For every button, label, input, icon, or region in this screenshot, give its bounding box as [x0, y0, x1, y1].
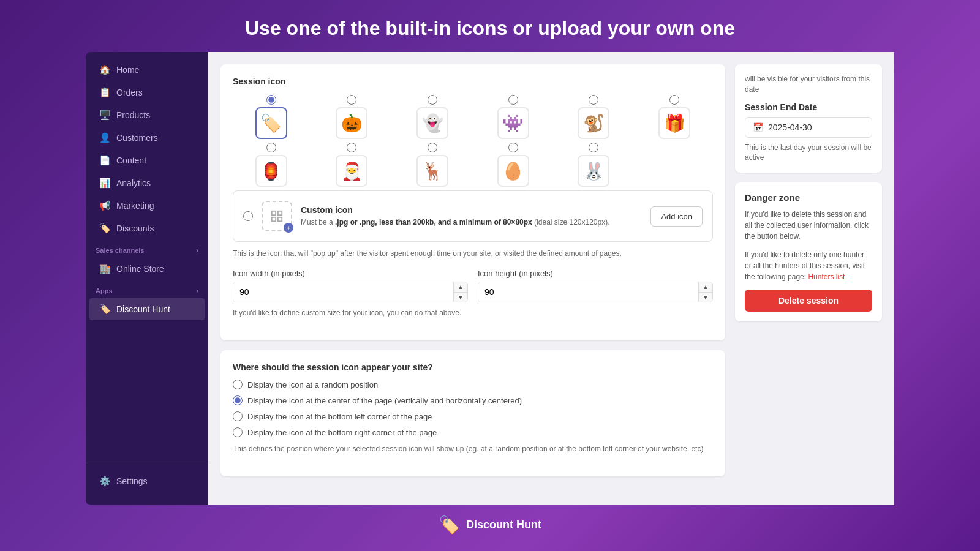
icon-radio-2[interactable] — [347, 95, 356, 105]
icon-emoji-6[interactable]: 🎁 — [658, 107, 690, 139]
sidebar-label-marketing: Marketing — [116, 201, 154, 211]
sidebar-item-products[interactable]: 🖥️ Products — [89, 104, 205, 126]
icon-option-4[interactable]: 👾 — [475, 95, 552, 139]
icon-option-9[interactable]: 🦌 — [394, 143, 471, 187]
height-input[interactable] — [478, 282, 698, 302]
icon-option-7[interactable]: 🏮 — [233, 143, 310, 187]
orders-icon: 📋 — [99, 87, 110, 98]
sidebar-item-customers[interactable]: 👤 Customers — [89, 127, 205, 149]
icon-emoji-11[interactable]: 🐰 — [578, 155, 609, 187]
date-value: 2025-04-30 — [768, 122, 812, 132]
position-random[interactable]: Display the icon at a random position — [233, 380, 713, 389]
sidebar-item-marketing[interactable]: 📢 Marketing — [89, 195, 205, 217]
icon-option-8[interactable]: 🎅 — [314, 143, 391, 187]
icon-emoji-8[interactable]: 🎅 — [336, 155, 368, 187]
height-increment[interactable]: ▲ — [699, 282, 712, 292]
session-end-card: will be visible for your visitors from t… — [735, 64, 882, 173]
sidebar-item-home[interactable]: 🏠 Home — [89, 59, 205, 81]
sidebar-item-discount-hunt[interactable]: 🏷️ Discount Hunt — [89, 298, 205, 320]
size-helper-text: If you'd like to define custom size for … — [233, 307, 713, 318]
icon-radio-10[interactable] — [508, 143, 518, 152]
position-radio-bottom-right[interactable] — [233, 427, 243, 437]
sales-channels-section: Sales channels › — [86, 240, 208, 257]
sidebar-label-settings: Settings — [116, 476, 148, 486]
icon-option-11[interactable]: 🐰 — [556, 143, 633, 187]
hunters-list-link[interactable]: Hunters list — [808, 272, 845, 281]
icon-emoji-2[interactable]: 🎃 — [336, 107, 368, 139]
icon-option-6[interactable]: 🎁 — [636, 95, 713, 139]
icon-radio-7[interactable] — [266, 143, 276, 152]
icon-radio-9[interactable] — [428, 143, 437, 152]
footer-icon: 🏷️ — [439, 515, 460, 535]
footer-label: Discount Hunt — [466, 519, 541, 531]
date-input-wrap[interactable]: 📅 2025-04-30 — [745, 117, 872, 138]
width-input[interactable] — [233, 282, 453, 302]
main-panel: Session icon 🏷️ 🎃 👻 — [221, 64, 725, 493]
visible-from-text: will be visible for your visitors from t… — [745, 74, 872, 95]
svg-rect-0 — [272, 211, 276, 215]
position-radio-center[interactable] — [233, 395, 243, 405]
sidebar-label-discounts: Discounts — [116, 223, 154, 233]
height-label: Icon height (in pixels) — [478, 269, 713, 278]
session-end-title: Session End Date — [745, 102, 872, 112]
sidebar-item-content[interactable]: 📄 Content — [89, 149, 205, 171]
icon-option-3[interactable]: 👻 — [394, 95, 471, 139]
position-bottom-left[interactable]: Display the icon at the bottom left corn… — [233, 411, 713, 421]
delete-session-button[interactable]: Delete session — [745, 290, 872, 312]
custom-icon-desc: Must be a .jpg or .png, less than 200kb,… — [301, 217, 642, 228]
icon-radio-11[interactable] — [589, 143, 598, 152]
sidebar-item-settings[interactable]: ⚙️ Settings — [89, 470, 205, 492]
icon-radio-4[interactable] — [508, 95, 518, 105]
sidebar-item-online-store[interactable]: 🏬 Online Store — [89, 258, 205, 280]
danger-zone-text1: If you'd like to delete this session and… — [745, 209, 872, 242]
position-label-bottom-right: Display the icon at the bottom right cor… — [247, 428, 437, 437]
position-radio-random[interactable] — [233, 380, 243, 389]
icon-emoji-4[interactable]: 👾 — [497, 107, 529, 139]
position-card: Where should the session icon appear you… — [221, 350, 725, 476]
width-decrement[interactable]: ▼ — [454, 292, 467, 302]
icon-radio-3[interactable] — [428, 95, 437, 105]
sidebar-label-orders: Orders — [116, 88, 143, 97]
position-radio-bottom-left[interactable] — [233, 411, 243, 421]
settings-icon: ⚙️ — [99, 476, 110, 487]
sidebar-label-products: Products — [116, 110, 150, 120]
icon-emoji-10[interactable]: 🥚 — [497, 155, 529, 187]
custom-icon-title: Custom icon — [301, 205, 642, 215]
custom-icon-text: Custom icon Must be a .jpg or .png, less… — [301, 205, 642, 228]
store-icon: 🏬 — [99, 263, 110, 274]
position-bottom-right[interactable]: Display the icon at the bottom right cor… — [233, 427, 713, 437]
sidebar-item-orders[interactable]: 📋 Orders — [89, 81, 205, 103]
add-icon-button[interactable]: Add icon — [650, 206, 703, 227]
custom-icon-card: + Custom icon Must be a .jpg or .png, le… — [233, 190, 713, 242]
icon-radio-5[interactable] — [589, 95, 598, 105]
width-increment[interactable]: ▲ — [454, 282, 467, 292]
icon-radio-6[interactable] — [669, 95, 679, 105]
svg-rect-1 — [278, 211, 282, 215]
icon-emoji-7[interactable]: 🏮 — [255, 155, 287, 187]
icon-option-5[interactable]: 🐒 — [556, 95, 633, 139]
icon-option-10[interactable]: 🥚 — [475, 143, 552, 187]
icon-helper-text: This is the icon that will "pop up" afte… — [233, 248, 713, 259]
icon-radio-8[interactable] — [347, 143, 356, 152]
custom-icon-radio[interactable] — [243, 211, 253, 221]
height-decrement[interactable]: ▼ — [699, 292, 712, 302]
sidebar-item-discounts[interactable]: 🏷️ Discounts — [89, 217, 205, 239]
position-center[interactable]: Display the icon at the center of the pa… — [233, 395, 713, 405]
icon-option-1[interactable]: 🏷️ — [233, 95, 310, 139]
icon-emoji-3[interactable]: 👻 — [417, 107, 448, 139]
discounts-icon: 🏷️ — [99, 223, 110, 234]
icon-emoji-1[interactable]: 🏷️ — [255, 107, 287, 139]
page-title: Use one of the built-in icons or upload … — [0, 0, 980, 52]
sidebar-item-analytics[interactable]: 📊 Analytics — [89, 172, 205, 194]
icon-option-2[interactable]: 🎃 — [314, 95, 391, 139]
chevron-right-icon-apps: › — [196, 287, 198, 295]
sidebar-label-analytics: Analytics — [116, 178, 151, 188]
size-inputs: Icon width (in pixels) ▲ ▼ Icon height (… — [233, 269, 713, 302]
analytics-icon: 📊 — [99, 178, 110, 189]
icon-radio-1[interactable] — [266, 95, 276, 105]
plus-icon: + — [284, 223, 293, 233]
danger-zone-card: Danger zone If you'd like to delete this… — [735, 182, 882, 321]
icon-emoji-5[interactable]: 🐒 — [578, 107, 609, 139]
chevron-right-icon: › — [196, 246, 198, 255]
icon-emoji-9[interactable]: 🦌 — [417, 155, 448, 187]
